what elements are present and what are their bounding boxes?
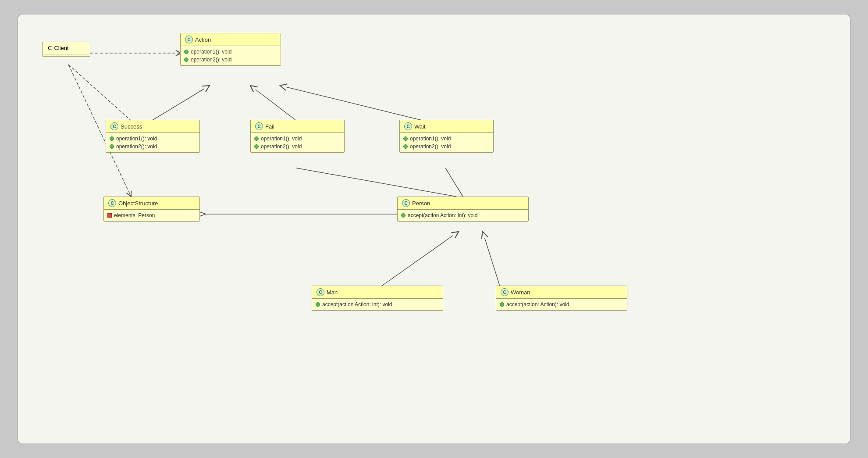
fail-class-icon: C <box>255 122 263 130</box>
client-class-icon: C <box>48 45 52 51</box>
wait-to-person-line <box>445 168 463 197</box>
success-class-name: Success <box>121 123 142 130</box>
diagram-container: Action header area --> Person (aggregati… <box>18 14 850 444</box>
wait-class: C Wait operation1(): void operation2(): … <box>399 120 494 153</box>
action-class-icon: C <box>185 36 193 43</box>
wait-member-2: operation2(): void <box>403 143 490 150</box>
client-class-name: Client <box>54 45 68 51</box>
success-member-1: operation1(): void <box>110 135 196 143</box>
success-class: C Success operation1(): void operation2(… <box>106 120 200 153</box>
man-member-1-icon <box>316 302 320 307</box>
fail-member-1: operation1(): void <box>254 135 341 143</box>
fail-member-1-icon <box>254 136 259 141</box>
wait-to-action-arrow <box>280 86 423 121</box>
woman-member-1: accept(action: Action): void <box>500 301 623 308</box>
fail-class-name: Fail <box>265 123 274 130</box>
action-member-1-icon <box>184 50 189 54</box>
fail-member-2-icon <box>254 144 259 149</box>
diagram-svg: Action header area --> Person (aggregati… <box>18 14 850 444</box>
man-member-1: accept(action Action: int): void <box>316 301 439 308</box>
wait-member-1: operation1(): void <box>403 135 490 143</box>
action-member-2-icon <box>184 57 189 62</box>
action-class: C Action operation1(): void operation2()… <box>180 33 281 66</box>
wait-class-name: Wait <box>414 123 426 130</box>
client-class: C Client <box>42 42 90 57</box>
fail-class: C Fail operation1(): void operation2(): … <box>250 120 345 153</box>
person-class-name: Person <box>412 200 430 207</box>
man-class-name: Man <box>327 289 338 296</box>
man-class: C Man accept(action Action: int): void <box>312 286 443 311</box>
success-member-1-icon <box>110 136 114 141</box>
person-member-1-icon <box>401 213 406 218</box>
man-to-person-arrow <box>380 232 459 287</box>
objectstructure-member-1: elements: Person <box>107 211 196 219</box>
objectstructure-class: C ObjectStructure elements: Person <box>103 197 200 222</box>
woman-class-name: Woman <box>511 289 530 296</box>
woman-member-1-icon <box>500 302 504 307</box>
success-to-action-arrow <box>152 86 210 121</box>
wait-class-icon: C <box>404 122 412 130</box>
person-member-1: accept(action Action: int): void <box>401 211 525 219</box>
woman-class-icon: C <box>501 288 509 296</box>
man-class-icon: C <box>317 288 324 296</box>
action-member-1: operation1(): void <box>184 48 277 56</box>
woman-class: C Woman accept(action: Action): void <box>496 286 627 311</box>
fail-to-action-arrow <box>250 86 296 121</box>
fail-to-person-line <box>296 168 456 197</box>
client-double-line <box>43 54 89 56</box>
objectstructure-class-icon: C <box>108 199 116 207</box>
action-class-name: Action <box>195 36 211 43</box>
success-class-icon: C <box>110 122 118 130</box>
client-to-success-dashed <box>68 64 131 121</box>
wait-member-2-icon <box>403 144 408 149</box>
objectstructure-class-name: ObjectStructure <box>118 200 158 207</box>
objectstructure-member-1-icon <box>107 213 112 218</box>
person-class-icon: C <box>402 199 410 207</box>
action-member-2: operation2(): void <box>184 56 277 64</box>
fail-member-2: operation2(): void <box>254 143 341 150</box>
success-member-2: operation2(): void <box>110 143 196 150</box>
person-class: C Person accept(action Action: int): voi… <box>397 197 529 222</box>
success-member-2-icon <box>110 144 114 149</box>
woman-to-person-arrow <box>483 232 500 287</box>
wait-member-1-icon <box>403 136 408 141</box>
